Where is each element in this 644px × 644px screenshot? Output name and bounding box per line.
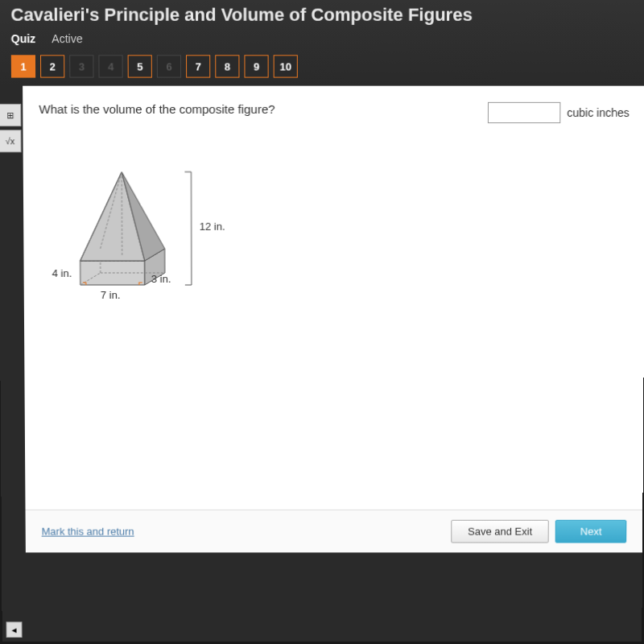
answer-box: cubic inches bbox=[488, 102, 630, 123]
tab-active[interactable]: Active bbox=[52, 29, 82, 48]
save-exit-button[interactable]: Save and Exit bbox=[451, 520, 549, 543]
mark-return-link[interactable]: Mark this and return bbox=[42, 526, 134, 538]
content-area: What is the volume of the composite figu… bbox=[23, 86, 644, 553]
question-nav-1[interactable]: 1 bbox=[11, 55, 35, 77]
question-nav-6[interactable]: 6 bbox=[157, 55, 181, 77]
dim-depth: 4 in. bbox=[52, 267, 72, 279]
question-nav-2[interactable]: 2 bbox=[40, 55, 64, 77]
question-nav-8[interactable]: 8 bbox=[215, 55, 239, 77]
question-nav-7[interactable]: 7 bbox=[186, 55, 210, 77]
sqrt-tool[interactable]: √x bbox=[0, 130, 22, 152]
dim-prism-height: 3 in. bbox=[151, 273, 171, 285]
question-nav-9[interactable]: 9 bbox=[244, 55, 268, 77]
question-nav: 1 2 3 4 5 6 7 8 9 10 bbox=[11, 55, 633, 85]
answer-unit: cubic inches bbox=[567, 106, 629, 119]
question-nav-4[interactable]: 4 bbox=[98, 55, 122, 77]
calculator-tool[interactable]: ⊞ bbox=[0, 104, 21, 126]
header-tabs: Quiz Active bbox=[11, 29, 634, 48]
figure-container: 12 in. 4 in. 3 in. 7 in. bbox=[56, 139, 630, 301]
tool-sidebar: ⊞ √x bbox=[0, 104, 23, 152]
footer: Mark this and return Save and Exit Next bbox=[26, 510, 643, 552]
svg-marker-0 bbox=[80, 261, 145, 285]
dim-height: 12 in. bbox=[200, 221, 225, 233]
tab-quiz[interactable]: Quiz bbox=[11, 29, 36, 48]
next-button[interactable]: Next bbox=[555, 520, 626, 543]
scroll-left-button[interactable]: ◄ bbox=[6, 621, 23, 638]
question-nav-3[interactable]: 3 bbox=[69, 55, 93, 77]
page-title: Cavalieri's Principle and Volume of Comp… bbox=[10, 5, 633, 26]
question-nav-10[interactable]: 10 bbox=[274, 55, 298, 77]
question-nav-5[interactable]: 5 bbox=[128, 55, 152, 77]
answer-input[interactable] bbox=[488, 102, 561, 123]
dim-width: 7 in. bbox=[101, 289, 121, 301]
question-text: What is the volume of the composite figu… bbox=[39, 102, 275, 116]
